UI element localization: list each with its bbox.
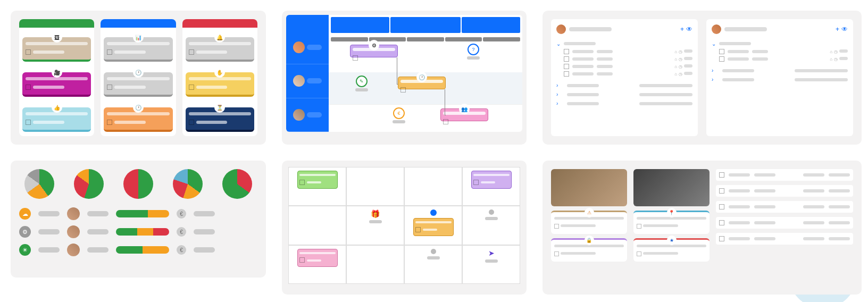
kanban-card[interactable]: 📊 xyxy=(104,37,172,62)
status-icon: ⚙ xyxy=(19,226,31,238)
calendar-cell[interactable] xyxy=(346,167,404,206)
pie-chart[interactable] xyxy=(24,169,54,199)
calendar-cell[interactable] xyxy=(288,167,346,206)
info-card[interactable]: 🔒 xyxy=(551,238,627,262)
add-button[interactable]: + xyxy=(836,26,839,33)
kanban-card[interactable]: ⏳ xyxy=(186,107,254,132)
timeline-bar[interactable]: 🕐 xyxy=(398,77,446,89)
avatar xyxy=(293,75,305,87)
list-item[interactable]: ⌂◷ xyxy=(556,55,692,63)
calendar-event[interactable] xyxy=(471,171,512,189)
home-icon: ⌂ xyxy=(830,57,832,62)
info-card[interactable]: ★ xyxy=(633,238,710,262)
chart-icon: 📊 xyxy=(133,32,144,43)
checkbox[interactable] xyxy=(719,56,724,62)
chevron-down-icon[interactable]: ⌄ xyxy=(556,41,562,47)
avatar xyxy=(293,109,305,121)
pie-chart[interactable] xyxy=(123,169,153,199)
avatar xyxy=(556,24,566,34)
kanban-card[interactable]: 🕐 xyxy=(104,72,172,97)
pie-chart[interactable] xyxy=(222,169,252,199)
kanban-panel: 🖼🎥👍📊🕐🕐🔔✋⏳ xyxy=(11,11,266,145)
progress-bar xyxy=(116,210,169,217)
milestone[interactable]: € xyxy=(393,107,405,123)
timeline-user-row[interactable] xyxy=(286,64,329,98)
kanban-column[interactable]: 🔔✋⏳ xyxy=(182,19,257,136)
summary-item[interactable] xyxy=(716,169,853,181)
calendar-cell[interactable] xyxy=(404,167,462,206)
milestone[interactable]: ✎ xyxy=(355,76,368,91)
checkbox[interactable] xyxy=(719,172,724,178)
visibility-toggle[interactable]: 👁 xyxy=(841,26,848,33)
chevron-right-icon: › xyxy=(556,91,562,97)
currency-badge: € xyxy=(177,227,186,237)
summary-item[interactable] xyxy=(716,217,853,229)
calendar-cell[interactable] xyxy=(404,206,462,245)
timeline-user-row[interactable] xyxy=(286,98,329,132)
list-item[interactable]: ⌂◷ xyxy=(556,48,692,55)
avatar xyxy=(67,225,80,238)
status-icon: ☁ xyxy=(19,208,31,220)
list-column: +👁⌄⌂◷⌂◷⌂◷⌂◷››› xyxy=(551,19,698,136)
calendar-cell[interactable]: 🎁 xyxy=(346,206,404,245)
clock-icon: ◷ xyxy=(679,57,682,62)
checkbox[interactable] xyxy=(719,220,724,225)
checkbox[interactable] xyxy=(719,204,724,209)
list-item[interactable]: ⌂◷ xyxy=(556,63,692,70)
list-item[interactable]: ⌂◷ xyxy=(556,70,692,78)
kanban-column[interactable]: 🖼🎥👍 xyxy=(19,19,94,136)
milestone[interactable]: ? xyxy=(467,44,480,60)
kanban-card[interactable]: 👍 xyxy=(22,107,91,132)
checkbox[interactable] xyxy=(564,56,569,62)
info-card[interactable]: ⚠ xyxy=(551,211,627,234)
visibility-toggle[interactable]: 👁 xyxy=(686,26,692,33)
chevron-right-icon: › xyxy=(556,82,562,88)
kanban-column[interactable]: 📊🕐🕐 xyxy=(101,19,176,136)
calendar-cell[interactable]: ➤ xyxy=(462,245,520,284)
calendar-cell[interactable] xyxy=(462,206,520,245)
calendar-cell[interactable] xyxy=(404,245,462,284)
calendar-cell[interactable] xyxy=(288,245,346,284)
calendar-cell[interactable] xyxy=(462,167,520,206)
checkbox[interactable] xyxy=(564,49,569,54)
kanban-card[interactable]: 🔔 xyxy=(186,37,254,62)
summary-item[interactable] xyxy=(716,185,853,197)
list-group-collapsed[interactable]: › xyxy=(556,81,692,90)
clock-icon: 🕐 xyxy=(416,72,427,82)
calendar-cell[interactable] xyxy=(346,245,404,284)
chevron-down-icon[interactable]: ⌄ xyxy=(712,41,717,47)
list-group-collapsed[interactable]: › xyxy=(556,99,692,108)
calendar-event[interactable] xyxy=(297,171,338,189)
timeline-bar[interactable]: ⚙ xyxy=(350,45,398,57)
list-group-collapsed[interactable]: › xyxy=(712,75,848,84)
checkbox[interactable] xyxy=(564,64,569,69)
metric-row: ⚙€ xyxy=(19,225,257,238)
timeline-bar[interactable]: 👥 xyxy=(440,108,488,121)
dashboard-panel: ☁€⚙€☀€ xyxy=(11,161,266,278)
checkbox[interactable] xyxy=(719,236,724,241)
calendar-event[interactable] xyxy=(413,218,454,236)
calendar-cell[interactable] xyxy=(288,206,346,245)
add-button[interactable]: + xyxy=(680,26,684,33)
kanban-card[interactable]: 🖼 xyxy=(22,37,91,62)
checkbox[interactable] xyxy=(719,188,724,194)
pie-chart[interactable] xyxy=(173,169,203,199)
pie-chart[interactable] xyxy=(74,169,104,199)
checkbox[interactable] xyxy=(564,71,569,77)
list-group-collapsed[interactable]: › xyxy=(712,66,848,75)
list-item[interactable]: ⌂◷ xyxy=(712,48,848,55)
kanban-card[interactable]: ✋ xyxy=(186,72,254,97)
timeline-user-row[interactable] xyxy=(286,31,329,64)
info-card[interactable]: 📍 xyxy=(633,211,710,234)
list-group-collapsed[interactable]: › xyxy=(556,90,692,99)
summary-item[interactable] xyxy=(716,201,853,213)
list-item[interactable]: ⌂◷ xyxy=(712,55,848,63)
summary-item[interactable] xyxy=(716,233,853,245)
card-panel: ⚠ 🔒 📍 ★ xyxy=(542,161,862,295)
kanban-card[interactable]: 🕐 xyxy=(104,107,172,132)
calendar-event[interactable] xyxy=(297,249,338,267)
kanban-card[interactable]: 🎥 xyxy=(22,72,91,97)
checkbox[interactable] xyxy=(719,49,724,54)
timeline-panel: ⚙ ? ✎ 🕐 € 👥 xyxy=(282,11,527,145)
chevron-right-icon: › xyxy=(556,100,562,106)
